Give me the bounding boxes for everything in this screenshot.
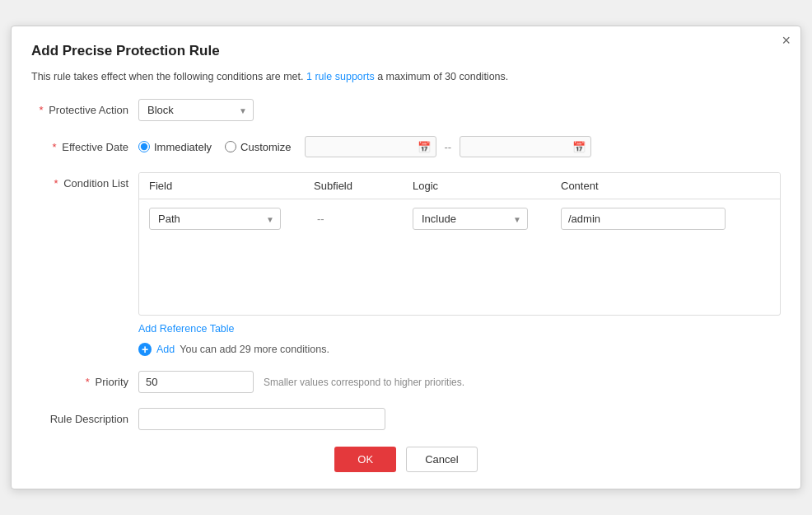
date-separator: --: [441, 141, 455, 153]
required-star-2: *: [53, 141, 57, 153]
content-cell: [561, 208, 770, 230]
add-circle-icon[interactable]: +: [138, 343, 152, 356]
button-row: OK Cancel: [31, 447, 781, 472]
required-star-4: *: [86, 376, 90, 388]
col-field: Field: [149, 180, 314, 192]
ok-button[interactable]: OK: [334, 447, 396, 472]
date-range: 📅 -- 📅: [305, 136, 592, 157]
dialog: × Add Precise Protection Rule This rule …: [11, 26, 801, 489]
cancel-button[interactable]: Cancel: [406, 447, 477, 472]
condition-list-label: * Condition List: [31, 172, 138, 190]
col-subfield: Subfield: [314, 180, 413, 192]
condition-table: Field Subfield Logic Content Path IP Hea…: [138, 172, 781, 316]
logic-select-wrap: Include Equal Not Include Not Equal: [413, 208, 528, 230]
priority-hint: Smaller values correspond to higher prio…: [264, 377, 464, 388]
required-star: *: [39, 104, 43, 116]
condition-list-row: * Condition List Field Subfield Logic Co…: [31, 172, 781, 356]
logic-select[interactable]: Include Equal Not Include Not Equal: [413, 208, 528, 230]
add-condition-row: + Add You can add 29 more conditions.: [138, 343, 781, 356]
add-reference-table-link[interactable]: Add Reference Table: [138, 323, 235, 335]
subfield-dash: --: [314, 213, 324, 225]
field-select[interactable]: Path IP Header Method Cookie Param User …: [149, 208, 281, 230]
protective-action-select[interactable]: Block Allow Log: [138, 99, 254, 121]
rule-description-label: Rule Description: [31, 408, 138, 425]
immediately-radio[interactable]: [138, 141, 150, 152]
date-from-wrap: 📅: [305, 136, 436, 157]
rule-description-input[interactable]: [138, 408, 385, 430]
col-logic: Logic: [413, 180, 561, 192]
add-condition-hint: You can add 29 more conditions.: [180, 344, 329, 355]
table-row: Path IP Header Method Cookie Param User …: [149, 208, 770, 230]
protective-action-select-wrap: Block Allow Log: [138, 99, 254, 121]
content-input[interactable]: [561, 208, 726, 230]
desc-before-link: This rule takes effect when the followin…: [31, 71, 304, 82]
field-select-wrap: Path IP Header Method Cookie Param User …: [149, 208, 281, 230]
effective-date-content: Immediately Customize 📅 -- 📅: [138, 136, 781, 157]
desc-link[interactable]: 1 rule supports: [306, 71, 375, 82]
priority-row: * Priority Smaller values correspond to …: [31, 371, 781, 393]
priority-input[interactable]: [138, 371, 254, 393]
dialog-title: Add Precise Protection Rule: [31, 43, 781, 59]
close-button[interactable]: ×: [782, 33, 791, 48]
protective-action-label: * Protective Action: [31, 99, 138, 116]
condition-table-header: Field Subfield Logic Content: [139, 173, 780, 199]
immediately-radio-label[interactable]: Immediately: [138, 141, 212, 153]
protective-action-row: * Protective Action Block Allow Log: [31, 99, 781, 121]
logic-cell: Include Equal Not Include Not Equal: [413, 208, 561, 230]
effective-date-label: * Effective Date: [31, 136, 138, 153]
dialog-description: This rule takes effect when the followin…: [31, 71, 781, 82]
add-condition-text[interactable]: Add: [156, 344, 175, 355]
customize-radio-label[interactable]: Customize: [225, 141, 291, 153]
date-to-wrap: 📅: [460, 136, 591, 157]
customize-radio[interactable]: [225, 141, 236, 152]
rule-description-content: [138, 408, 781, 430]
effective-date-row: * Effective Date Immediately Customize 📅…: [31, 136, 781, 157]
condition-list-content: Field Subfield Logic Content Path IP Hea…: [138, 172, 781, 356]
date-to-input[interactable]: [460, 136, 591, 157]
col-content: Content: [561, 180, 770, 192]
priority-content: Smaller values correspond to higher prio…: [138, 371, 781, 393]
date-from-input[interactable]: [305, 136, 436, 157]
priority-label: * Priority: [31, 371, 138, 388]
required-star-3: *: [54, 177, 58, 190]
field-cell: Path IP Header Method Cookie Param User …: [149, 208, 314, 230]
subfield-cell: --: [314, 213, 413, 225]
condition-table-body: Path IP Header Method Cookie Param User …: [139, 199, 780, 315]
rule-description-row: Rule Description: [31, 408, 781, 430]
protective-action-content: Block Allow Log: [138, 99, 781, 121]
priority-input-row: Smaller values correspond to higher prio…: [138, 371, 781, 393]
customize-label: Customize: [240, 141, 291, 153]
immediately-label: Immediately: [154, 141, 212, 153]
